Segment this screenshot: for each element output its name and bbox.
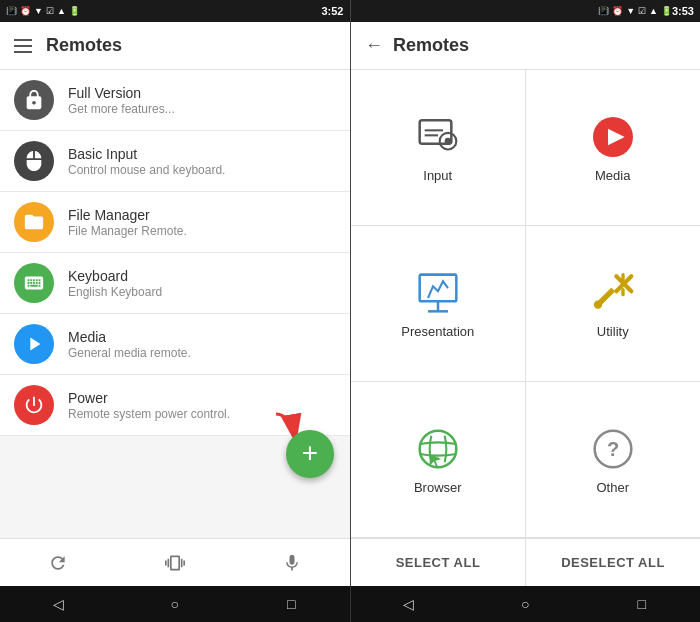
right-header: ← Remotes — [351, 22, 700, 70]
left-recent-button[interactable]: □ — [271, 589, 311, 619]
media-label: Media — [595, 168, 630, 183]
svg-point-3 — [444, 138, 451, 145]
right-system-nav: ◁ ○ □ — [351, 586, 701, 622]
grid-item-other[interactable]: ? Other — [526, 382, 701, 538]
hamburger-menu[interactable] — [14, 39, 32, 53]
fab-plus-icon: + — [302, 439, 318, 467]
right-status-icons: 📳⏰▼☑▲🔋 — [598, 6, 672, 16]
list-item-basicinput[interactable]: Basic Input Control mouse and keyboard. — [0, 131, 350, 192]
keyboard-icon — [14, 263, 54, 303]
left-header: Remotes — [0, 22, 350, 70]
left-back-button[interactable]: ◁ — [38, 589, 78, 619]
media-title: Media — [68, 329, 336, 345]
fullversion-text: Full Version Get more features... — [68, 85, 336, 116]
browser-icon — [413, 424, 463, 474]
mic-button[interactable] — [267, 543, 317, 583]
utility-icon — [588, 268, 638, 318]
power-title: Power — [68, 390, 336, 406]
power-text: Power Remote system power control. — [68, 390, 336, 421]
presentation-label: Presentation — [401, 324, 474, 339]
grid-item-utility[interactable]: Utility — [526, 226, 701, 382]
vibrate-button[interactable] — [150, 543, 200, 583]
back-button[interactable]: ← — [365, 35, 383, 56]
other-label: Other — [596, 480, 629, 495]
basicinput-subtitle: Control mouse and keyboard. — [68, 163, 336, 177]
left-status-bar: 📳⏰▼☑▲🔋 3:52 — [0, 0, 350, 22]
keyboard-title: Keyboard — [68, 268, 336, 284]
utility-label: Utility — [597, 324, 629, 339]
basicinput-title: Basic Input — [68, 146, 336, 162]
basicinput-text: Basic Input Control mouse and keyboard. — [68, 146, 336, 177]
left-home-button[interactable]: ○ — [155, 589, 195, 619]
right-header-title: Remotes — [393, 35, 469, 56]
power-icon — [14, 385, 54, 425]
svg-point-17 — [419, 431, 456, 468]
input-label: Input — [423, 168, 452, 183]
refresh-button[interactable] — [33, 543, 83, 583]
left-system-nav: ◁ ○ □ — [0, 586, 350, 622]
right-back-button[interactable]: ◁ — [389, 589, 429, 619]
list-item-media[interactable]: Media General media remote. — [0, 314, 350, 375]
left-header-title: Remotes — [46, 35, 122, 56]
filemanager-subtitle: File Manager Remote. — [68, 224, 336, 238]
grid-item-input[interactable]: Input — [351, 70, 526, 226]
browser-label: Browser — [414, 480, 462, 495]
filemanager-icon — [14, 202, 54, 242]
right-panel: ← Remotes Input Me — [351, 22, 700, 586]
grid-item-media[interactable]: Media — [526, 70, 701, 226]
remote-grid: Input Media Presentation — [351, 70, 700, 538]
bottom-actions: SELECT ALL DESELECT ALL — [351, 538, 700, 586]
left-status-icons: 📳⏰▼☑▲🔋 — [6, 6, 80, 16]
input-icon — [413, 112, 463, 162]
list-item-keyboard[interactable]: Keyboard English Keyboard — [0, 253, 350, 314]
other-icon: ? — [588, 424, 638, 474]
list-item-power[interactable]: Power Remote system power control. — [0, 375, 350, 436]
svg-text:?: ? — [607, 438, 619, 460]
select-all-button[interactable]: SELECT ALL — [351, 539, 526, 586]
left-status-time: 3:52 — [321, 5, 343, 17]
grid-item-presentation[interactable]: Presentation — [351, 226, 526, 382]
fullversion-icon — [14, 80, 54, 120]
svg-rect-8 — [419, 275, 456, 302]
filemanager-text: File Manager File Manager Remote. — [68, 207, 336, 238]
svg-rect-15 — [621, 273, 624, 281]
deselect-all-button[interactable]: DESELECT ALL — [526, 539, 700, 586]
media-icon — [14, 324, 54, 364]
filemanager-title: File Manager — [68, 207, 336, 223]
svg-rect-16 — [621, 288, 624, 296]
presentation-icon — [413, 268, 463, 318]
media-grid-icon — [588, 112, 638, 162]
media-text: Media General media remote. — [68, 329, 336, 360]
fullversion-title: Full Version — [68, 85, 336, 101]
power-subtitle: Remote system power control. — [68, 407, 336, 421]
media-subtitle: General media remote. — [68, 346, 336, 360]
keyboard-subtitle: English Keyboard — [68, 285, 336, 299]
fullversion-subtitle: Get more features... — [68, 102, 336, 116]
right-recent-button[interactable]: □ — [622, 589, 662, 619]
left-panel: Remotes Full Version Get more features..… — [0, 22, 350, 586]
right-status-bar: 📳⏰▼☑▲🔋 3:53 — [351, 0, 701, 22]
basicinput-icon — [14, 141, 54, 181]
keyboard-text: Keyboard English Keyboard — [68, 268, 336, 299]
svg-point-12 — [594, 301, 602, 309]
list-item-fullversion[interactable]: Full Version Get more features... — [0, 70, 350, 131]
fab-add[interactable]: + — [286, 430, 334, 478]
right-status-time: 3:53 — [672, 5, 694, 17]
grid-item-browser[interactable]: Browser — [351, 382, 526, 538]
list-item-filemanager[interactable]: File Manager File Manager Remote. — [0, 192, 350, 253]
right-home-button[interactable]: ○ — [505, 589, 545, 619]
left-bottom-nav — [0, 538, 350, 586]
